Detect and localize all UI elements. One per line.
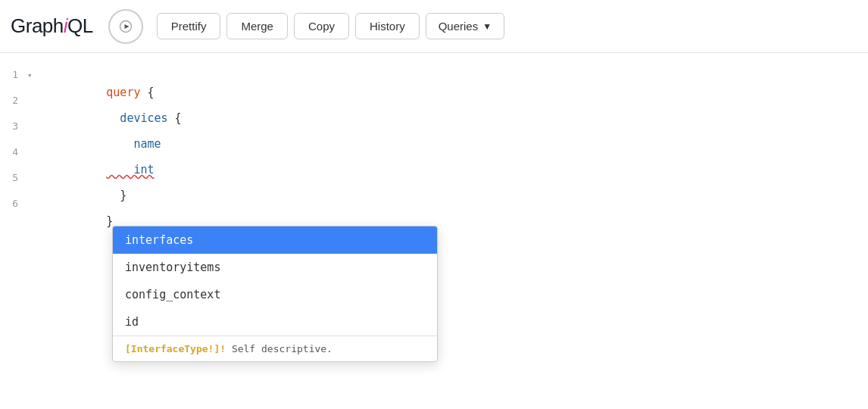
code-line-2: 2 devices { — [0, 91, 868, 117]
toolbar: GraphiQL Prettify Merge Copy History Que… — [0, 0, 868, 53]
autocomplete-footer: [InterfaceType!]! Self descriptive. — [113, 336, 437, 361]
svg-marker-1 — [124, 24, 129, 29]
history-button[interactable]: History — [355, 13, 420, 39]
autocomplete-item-interfaces[interactable]: interfaces — [113, 226, 437, 254]
code-line-5: 5 } — [0, 168, 868, 194]
queries-button[interactable]: Queries ▼ — [426, 13, 504, 39]
logo-prefix: Graph — [11, 14, 64, 37]
copy-button[interactable]: Copy — [294, 13, 349, 39]
code-line-3: 3 name — [0, 117, 868, 142]
editor-pane[interactable]: 1 ▾ query { 2 devices { 3 name — [0, 53, 868, 409]
prettify-button[interactable]: Prettify — [157, 13, 221, 39]
autocomplete-item-config-context[interactable]: config_context — [113, 281, 437, 308]
autocomplete-type-label: [InterfaceType!]! — [125, 343, 226, 354]
code-area: 1 ▾ query { 2 devices { 3 name — [0, 53, 868, 232]
autocomplete-item-inventoryitems[interactable]: inventoryitems — [113, 254, 437, 281]
code-line-6: 6 } — [0, 194, 868, 220]
chevron-down-icon: ▼ — [482, 21, 492, 32]
merge-button[interactable]: Merge — [226, 13, 288, 39]
autocomplete-description: Self descriptive. — [232, 343, 333, 354]
autocomplete-dropdown: interfaces inventoryitems config_context… — [112, 226, 438, 362]
app-logo: GraphiQL — [11, 14, 93, 38]
logo-suffix: QL — [67, 14, 93, 37]
autocomplete-item-id[interactable]: id — [113, 308, 437, 336]
code-line-4: 4 int — [0, 142, 868, 168]
run-button[interactable] — [108, 9, 143, 44]
main-area: 1 ▾ query { 2 devices { 3 name — [0, 53, 868, 409]
code-line-1: 1 ▾ query { — [0, 65, 868, 91]
